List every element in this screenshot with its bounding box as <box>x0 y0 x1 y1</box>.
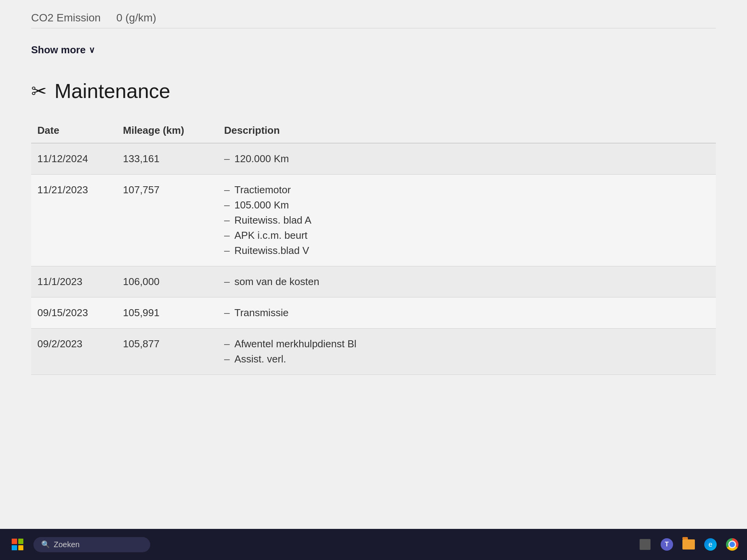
table-row: 09/2/2023105,877–Afwentel merkhulpdienst… <box>31 329 716 375</box>
desc-text: 120.000 Km <box>234 153 289 165</box>
list-item: –Transmissie <box>224 307 708 319</box>
taskbar-icon-folder[interactable] <box>682 537 696 551</box>
dash-icon: – <box>224 307 230 319</box>
taskbar-icon-teams[interactable]: T <box>660 537 674 551</box>
desc-text: Ruitewiss. blad A <box>234 214 311 226</box>
maintenance-heading: Maintenance <box>54 79 170 103</box>
col-header-mileage: Mileage (km) <box>117 118 218 143</box>
taskbar-search[interactable]: 🔍 Zoeken <box>33 537 150 552</box>
cell-date: 09/15/2023 <box>31 298 117 329</box>
col-header-date: Date <box>31 118 117 143</box>
list-item: –Ruitewiss.blad V <box>224 245 708 257</box>
desc-text: Afwentel merkhulpdienst Bl <box>234 338 356 350</box>
table-header-row: Date Mileage (km) Description <box>31 118 716 143</box>
cell-description: –Transmissie <box>218 298 716 329</box>
list-item: –Tractiemotor <box>224 184 708 196</box>
desc-text: APK i.c.m. beurt <box>234 229 307 242</box>
cell-description: –Tractiemotor–105.000 Km–Ruitewiss. blad… <box>218 175 716 266</box>
taskbar-icon-edge[interactable]: e <box>703 537 717 551</box>
dash-icon: – <box>224 184 230 196</box>
cell-date: 11/1/2023 <box>31 266 117 298</box>
cell-mileage: 133,161 <box>117 143 218 175</box>
show-more-label: Show more <box>31 44 86 56</box>
dash-icon: – <box>224 229 230 242</box>
show-more-button[interactable]: Show more ∨ <box>31 44 95 56</box>
taskbar-icon-square[interactable] <box>638 537 652 551</box>
desc-text: som van de kosten <box>234 276 319 288</box>
desc-text: 105.000 Km <box>234 199 289 211</box>
cell-mileage: 105,877 <box>117 329 218 375</box>
taskbar-icon-chrome[interactable] <box>725 537 739 551</box>
cell-date: 11/21/2023 <box>31 175 117 266</box>
dash-icon: – <box>224 338 230 350</box>
table-row: 11/21/2023107,757–Tractiemotor–105.000 K… <box>31 175 716 266</box>
dash-icon: – <box>224 199 230 211</box>
search-label: Zoeken <box>54 540 80 549</box>
cell-mileage: 105,991 <box>117 298 218 329</box>
taskbar: 🔍 Zoeken T e <box>0 529 747 560</box>
table-row: 11/1/2023106,000–som van de kosten <box>31 266 716 298</box>
cell-mileage: 106,000 <box>117 266 218 298</box>
list-item: –APK i.c.m. beurt <box>224 229 708 242</box>
dash-icon: – <box>224 245 230 257</box>
maintenance-section: ✂ Maintenance Date Mileage (km) Descript… <box>31 79 716 375</box>
list-item: –Assist. verl. <box>224 353 708 365</box>
list-item: –Afwentel merkhulpdienst Bl <box>224 338 708 350</box>
table-row: 11/12/2024133,161–120.000 Km <box>31 143 716 175</box>
dash-icon: – <box>224 276 230 288</box>
list-item: –Ruitewiss. blad A <box>224 214 708 226</box>
cell-description: –Afwentel merkhulpdienst Bl–Assist. verl… <box>218 329 716 375</box>
desc-text: Tractiemotor <box>234 184 291 196</box>
co2-value: 0 (g/km) <box>116 12 156 24</box>
search-icon: 🔍 <box>41 540 50 549</box>
cell-date: 11/12/2024 <box>31 143 117 175</box>
windows-logo-icon <box>12 539 23 550</box>
chevron-down-icon: ∨ <box>89 45 95 55</box>
desc-text: Transmissie <box>234 307 288 319</box>
dash-icon: – <box>224 214 230 226</box>
main-content: CO2 Emission 0 (g/km) Show more ∨ ✂ Main… <box>0 0 747 529</box>
co2-label: CO2 Emission <box>31 12 101 24</box>
windows-start-button[interactable] <box>8 535 27 554</box>
maintenance-icon: ✂ <box>31 80 47 102</box>
cell-description: –120.000 Km <box>218 143 716 175</box>
desc-text: Ruitewiss.blad V <box>234 245 309 257</box>
dash-icon: – <box>224 153 230 165</box>
cell-date: 09/2/2023 <box>31 329 117 375</box>
maintenance-table: Date Mileage (km) Description 11/12/2024… <box>31 118 716 375</box>
cell-description: –som van de kosten <box>218 266 716 298</box>
list-item: –120.000 Km <box>224 153 708 165</box>
list-item: –som van de kosten <box>224 276 708 288</box>
cell-mileage: 107,757 <box>117 175 218 266</box>
maintenance-title: ✂ Maintenance <box>31 79 716 103</box>
co2-row: CO2 Emission 0 (g/km) <box>31 8 716 28</box>
dash-icon: – <box>224 353 230 365</box>
show-more-section: Show more ∨ <box>31 36 716 68</box>
list-item: –105.000 Km <box>224 199 708 211</box>
taskbar-right-icons: T e <box>638 537 739 551</box>
desc-text: Assist. verl. <box>234 353 286 365</box>
table-row: 09/15/2023105,991–Transmissie <box>31 298 716 329</box>
col-header-description: Description <box>218 118 716 143</box>
